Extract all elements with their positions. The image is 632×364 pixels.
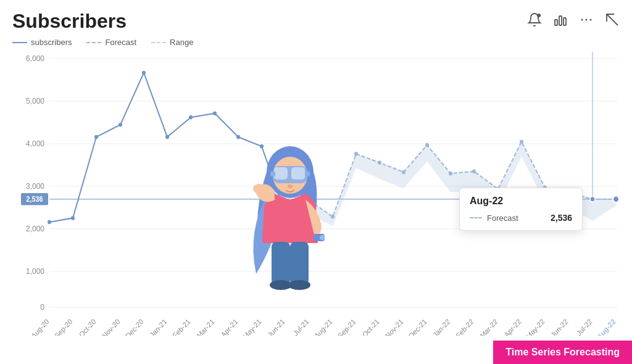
- data-point: [236, 135, 240, 139]
- page-title: Subscribers: [12, 10, 127, 33]
- tooltip-forecast-value: 2,536: [551, 213, 572, 223]
- svg-text:Sep-20: Sep-20: [53, 318, 73, 336]
- legend-line-subscribers: [12, 42, 27, 43]
- forecast-point: [520, 139, 523, 144]
- svg-text:May-21: May-21: [241, 318, 262, 336]
- svg-text:Apr-22: Apr-22: [503, 318, 522, 336]
- svg-text:2,000: 2,000: [26, 225, 44, 234]
- svg-point-0: [537, 14, 541, 17]
- svg-text:Jan-21: Jan-21: [149, 318, 168, 336]
- svg-text:Oct-20: Oct-20: [78, 318, 97, 336]
- data-point: [118, 123, 122, 127]
- legend-item-range: Range: [151, 38, 193, 47]
- data-point: [142, 71, 146, 75]
- svg-text:Dec-20: Dec-20: [124, 318, 144, 336]
- legend-item-forecast: Forecast: [86, 38, 136, 47]
- tooltip-row: Forecast 2,536: [470, 213, 572, 223]
- tooltip: Aug-22 Forecast 2,536: [459, 188, 583, 231]
- data-point: [189, 115, 193, 120]
- svg-text:Apr-21: Apr-21: [220, 318, 239, 336]
- active-point: [613, 196, 619, 202]
- svg-text:6,000: 6,000: [26, 54, 44, 64]
- bar-chart-icon[interactable]: [553, 12, 568, 31]
- expand-icon[interactable]: [605, 12, 620, 31]
- chart-area: 6,000 5,000 4,000 3,000 2,000 1,000 0 2,…: [12, 52, 620, 336]
- svg-text:Nov-21: Nov-21: [384, 318, 404, 336]
- legend-label-subscribers: subscribers: [31, 38, 72, 47]
- tooltip-forecast-label: Forecast: [487, 213, 518, 223]
- svg-rect-54: [274, 167, 288, 180]
- data-point: [94, 135, 98, 139]
- data-point: [213, 111, 217, 115]
- svg-rect-3: [563, 18, 566, 25]
- forecast-point: [449, 172, 452, 176]
- legend-label-range: Range: [170, 38, 193, 47]
- svg-text:Aug-22: Aug-22: [596, 318, 617, 336]
- svg-line-7: [607, 14, 618, 25]
- svg-text:May-22: May-22: [525, 318, 546, 336]
- tooltip-date: Aug-22: [470, 196, 572, 207]
- svg-text:Aug-21: Aug-21: [313, 318, 333, 336]
- svg-text:Jul-21: Jul-21: [292, 318, 310, 336]
- svg-text:Dec-21: Dec-21: [407, 318, 428, 336]
- svg-rect-63: [272, 242, 290, 285]
- svg-text:Nov-20: Nov-20: [101, 318, 121, 336]
- more-icon[interactable]: [579, 12, 594, 31]
- svg-rect-64: [290, 242, 309, 285]
- tooltip-label: Forecast: [470, 213, 518, 223]
- svg-text:Feb-22: Feb-22: [455, 318, 475, 336]
- forecast-point: [472, 170, 476, 174]
- chart-container: Subscribers: [0, 0, 632, 364]
- svg-point-6: [590, 19, 592, 20]
- bottom-banner-text: Time Series Forecasting: [505, 347, 620, 357]
- svg-point-66: [288, 280, 310, 290]
- character-illustration: [241, 138, 339, 311]
- svg-rect-56: [270, 172, 275, 176]
- header-icons: [527, 12, 620, 31]
- svg-text:1,000: 1,000: [26, 267, 44, 276]
- svg-rect-55: [291, 167, 305, 180]
- svg-text:Sep-21: Sep-21: [336, 318, 357, 336]
- svg-text:Feb-21: Feb-21: [172, 318, 192, 336]
- svg-text:5,000: 5,000: [26, 97, 44, 106]
- forecast-point: [402, 170, 405, 175]
- legend-item-subscribers: subscribers: [12, 38, 72, 47]
- header: Subscribers: [12, 10, 620, 33]
- spike-point: [590, 196, 595, 202]
- data-point: [165, 135, 169, 139]
- svg-text:Mar-22: Mar-22: [479, 318, 499, 336]
- svg-point-62: [320, 235, 325, 240]
- svg-text:Mar-21: Mar-21: [196, 318, 216, 336]
- alert-icon[interactable]: [527, 12, 542, 31]
- svg-point-60: [253, 184, 265, 194]
- svg-text:2,536: 2,536: [26, 196, 43, 204]
- legend: subscribers Forecast Range: [12, 38, 620, 47]
- svg-text:Jan-22: Jan-22: [432, 318, 452, 336]
- svg-point-5: [586, 19, 588, 20]
- forecast-point: [354, 152, 358, 156]
- svg-point-59: [288, 184, 293, 188]
- svg-text:Jul-22: Jul-22: [575, 318, 593, 336]
- svg-point-4: [581, 19, 583, 20]
- forecast-point: [425, 143, 429, 147]
- bottom-banner: Time Series Forecasting: [493, 341, 632, 364]
- svg-text:Oct-21: Oct-21: [361, 318, 380, 336]
- svg-text:Jun-21: Jun-21: [267, 318, 286, 336]
- svg-rect-57: [305, 172, 310, 176]
- svg-text:Aug-20: Aug-20: [30, 318, 50, 336]
- svg-text:4,000: 4,000: [26, 139, 44, 149]
- data-point: [48, 220, 51, 225]
- svg-text:3,000: 3,000: [26, 182, 44, 191]
- data-point: [71, 216, 75, 220]
- legend-line-range: [151, 42, 166, 43]
- svg-text:0: 0: [40, 303, 44, 312]
- legend-label-forecast: Forecast: [105, 38, 136, 47]
- forecast-point: [378, 160, 381, 165]
- legend-line-forecast: [86, 42, 101, 43]
- svg-text:Jun-22: Jun-22: [550, 318, 570, 336]
- svg-rect-1: [555, 20, 557, 25]
- svg-rect-2: [559, 16, 562, 25]
- tooltip-line-icon: [470, 217, 482, 218]
